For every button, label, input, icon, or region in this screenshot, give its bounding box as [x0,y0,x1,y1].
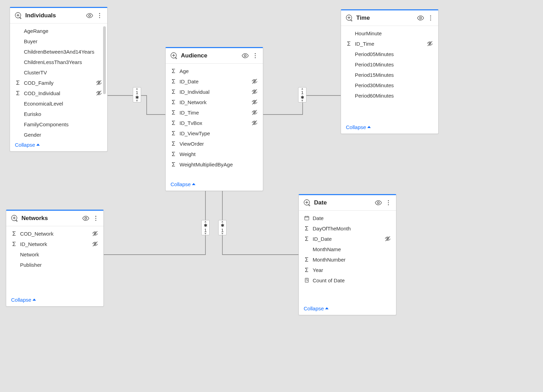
table-icon [170,52,178,60]
visibility-icon[interactable] [86,12,93,19]
visibility-icon[interactable] [82,215,90,222]
field-row[interactable]: Publisher [6,259,103,270]
field-label: Age [180,68,258,74]
spacer [346,51,352,57]
field-row[interactable]: MonthName [299,244,396,254]
field-row[interactable]: ID_Date [166,76,263,86]
field-row[interactable]: COD_Network [6,228,103,239]
field-row[interactable]: ID_Individual [166,86,263,97]
svg-point-9 [255,53,256,54]
field-row[interactable]: ID_Time [341,38,438,49]
collapse-button[interactable]: Collapse [6,293,103,306]
hidden-icon [384,235,391,242]
more-icon[interactable] [427,15,434,21]
field-row[interactable]: Period05Minutes [341,49,438,59]
field-row[interactable]: FamilyComponents [10,119,107,129]
svg-point-4 [99,17,100,18]
collapse-label: Collapse [346,124,366,130]
field-row[interactable]: Count of Date [299,275,396,285]
field-label: ID_Individual [180,89,248,95]
field-row[interactable]: MonthNumber [299,254,396,265]
field-row[interactable]: WeightMultipliedByAge [166,159,263,170]
field-row[interactable]: Age [166,66,263,76]
table-card-individuals[interactable]: IndividualsAgeRangeBuyerChildrenBetween3… [10,7,108,152]
field-row[interactable]: ViewOrder [166,138,263,149]
spacer [15,111,21,117]
field-row[interactable]: Period60Minutes [341,90,438,101]
hidden-icon [426,40,433,47]
calendar-icon [304,215,310,221]
table-title: Date [314,199,372,206]
sigma-icon [304,225,310,231]
collapse-button[interactable]: Collapse [166,178,263,191]
field-row[interactable]: COD_Family [10,78,107,88]
collapse-button[interactable]: Collapse [299,302,396,315]
collapse-label: Collapse [11,297,31,303]
table-card-time[interactable]: TimeHourMinuteID_TimePeriod05MinutesPeri… [341,9,439,134]
table-body: HourMinuteID_TimePeriod05MinutesPeriod10… [341,26,438,121]
svg-point-1 [89,15,91,17]
field-row[interactable]: ID_Time [166,107,263,118]
sigma-icon [171,89,177,95]
field-row[interactable]: EconomicalLevel [10,98,107,109]
hidden-icon [95,79,102,86]
visibility-icon[interactable] [375,199,382,207]
spacer [346,82,352,88]
field-label: Period30Minutes [355,82,433,88]
field-row[interactable]: AgeRange [10,26,107,36]
visibility-icon[interactable] [417,14,424,22]
field-row[interactable]: Year [299,265,396,275]
field-row[interactable]: Gender [10,129,107,138]
field-row[interactable]: Date [299,213,396,223]
field-row[interactable]: Period30Minutes [341,80,438,90]
table-header[interactable]: Time [341,10,438,26]
field-row[interactable]: Network [6,249,103,259]
field-row[interactable]: ID_Date [299,234,396,244]
field-row[interactable]: Period10Minutes [341,59,438,70]
field-row[interactable]: ID_Network [6,239,103,249]
field-label: HourMinute [355,30,433,36]
field-label: ID_TvBox [180,120,248,126]
table-header[interactable]: Audience [166,48,263,64]
hidden-icon [251,119,258,126]
field-row[interactable]: ClusterTV [10,67,107,78]
field-row[interactable]: DayOfTheMonth [299,223,396,234]
table-card-networks[interactable]: NetworksCOD_NetworkID_NetworkNetworkPubl… [6,210,104,307]
field-row[interactable]: ID_TvBox [166,118,263,128]
sigma-icon [171,109,177,116]
relationship-cardinality-date-audience: ▲✱1▼ [218,220,227,235]
relationship-cardinality-networks-audience: ▲✱1▼ [201,220,210,235]
collapse-button[interactable]: Collapse [10,138,107,151]
field-label: ChildrenBetween3And14Years [24,49,102,55]
field-row[interactable]: COD_Individual [10,88,107,98]
field-row[interactable]: Weight [166,149,263,159]
table-body: DateDayOfTheMonthID_DateMonthNameMonthNu… [299,211,396,302]
field-row[interactable]: Period15Minutes [341,70,438,80]
more-icon[interactable] [385,199,392,206]
field-row[interactable]: ChildrenBetween3And14Years [10,46,107,57]
table-card-date[interactable]: DateDateDayOfTheMonthID_DateMonthNameMon… [298,194,396,315]
table-header[interactable]: Networks [6,211,103,226]
svg-point-25 [95,216,96,217]
field-row[interactable]: Eurisko [10,109,107,119]
table-header[interactable]: Date [299,195,396,211]
field-row[interactable]: HourMinute [341,28,438,38]
collapse-label: Collapse [304,306,324,311]
more-icon[interactable] [92,215,99,222]
more-icon[interactable] [96,12,103,19]
field-row[interactable]: ID_Network [166,97,263,107]
collapse-button[interactable]: Collapse [341,121,438,134]
svg-point-8 [244,55,246,57]
table-card-audience[interactable]: AudienceAgeID_DateID_IndividualID_Networ… [165,47,263,191]
field-label: MonthName [313,246,391,252]
field-row[interactable]: Buyer [10,36,107,46]
field-row[interactable]: ChildrenLessThan3Years [10,57,107,67]
table-header[interactable]: Individuals [10,8,107,24]
scrollbar[interactable] [103,26,106,94]
hidden-icon [92,240,99,247]
visibility-icon[interactable] [241,52,249,60]
more-icon[interactable] [252,52,259,59]
spacer [15,121,21,127]
field-row[interactable]: ID_ViewType [166,128,263,138]
chevron-up-icon [325,307,329,309]
